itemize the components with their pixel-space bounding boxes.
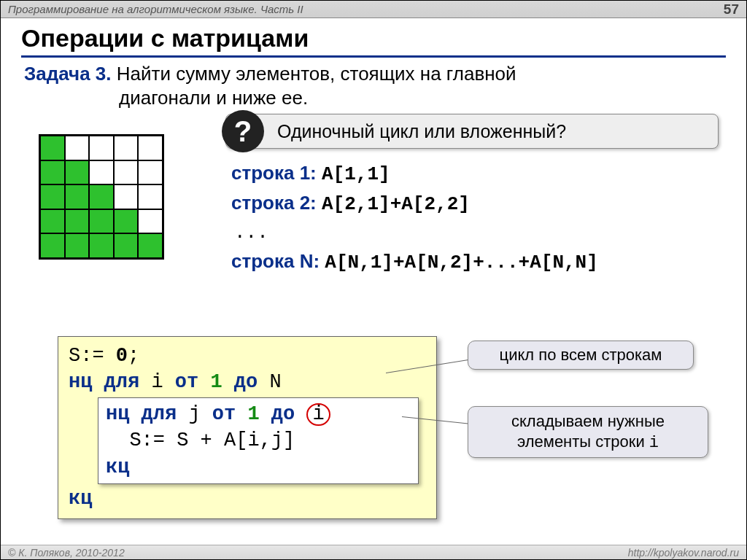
matrix-cell bbox=[40, 233, 65, 258]
task-line2: диагонали и ниже ее. bbox=[119, 86, 726, 110]
matrix-cell bbox=[114, 209, 139, 234]
matrix-cell bbox=[89, 209, 114, 234]
question-box: ? Одиночный цикл или вложенный? bbox=[225, 114, 719, 149]
matrix-cell bbox=[138, 233, 163, 258]
matrix-cell bbox=[89, 233, 114, 258]
question-icon: ? bbox=[222, 110, 264, 152]
inner-code-block: нц для j от 1 до i S:= S + A[i,j] кц bbox=[98, 397, 419, 484]
circled-variable: i bbox=[306, 403, 330, 426]
matrix-cell bbox=[89, 184, 114, 209]
slide-footer: © К. Поляков, 2010-2012 http://kpolyakov… bbox=[1, 545, 746, 559]
matrix-diagram bbox=[39, 134, 164, 260]
matrix-cell bbox=[65, 209, 90, 234]
matrix-cell bbox=[138, 184, 163, 209]
matrix-cell bbox=[138, 136, 163, 160]
callout-loop-rows: цикл по всем строкам bbox=[468, 341, 694, 370]
matrix-cell bbox=[65, 233, 90, 258]
matrix-cell bbox=[114, 233, 139, 258]
matrix-cell bbox=[65, 160, 90, 185]
matrix-cell bbox=[114, 184, 139, 209]
task-line1: Найти сумму элементов, стоящих на главно… bbox=[117, 63, 516, 85]
matrix-cell bbox=[114, 136, 139, 160]
matrix-cell bbox=[65, 136, 90, 160]
callout-sum-row: складываем нужные элементы строки i bbox=[468, 406, 708, 458]
page-number: 57 bbox=[724, 1, 739, 18]
footer-url: http://kpolyakov.narod.ru bbox=[628, 547, 739, 559]
matrix-cell bbox=[65, 184, 90, 209]
matrix-cell bbox=[40, 184, 65, 209]
task-text: Задача 3. Найти сумму элементов, стоящих… bbox=[24, 62, 726, 109]
question-text: Одиночный цикл или вложенный? bbox=[277, 121, 566, 142]
matrix-cell bbox=[114, 160, 139, 185]
matrix-cell bbox=[40, 136, 65, 160]
slide-title: Операции с матрицами bbox=[21, 24, 726, 52]
matrix-cell bbox=[89, 136, 114, 160]
ellipsis: ... bbox=[234, 219, 598, 247]
matrix-cell bbox=[89, 160, 114, 185]
slide-header: Программирование на алгоритмическом язык… bbox=[1, 1, 746, 18]
code-block: S:= 0; нц для i от 1 до N нц для j от 1 … bbox=[58, 336, 437, 519]
matrix-cell bbox=[138, 160, 163, 185]
matrix-cell bbox=[138, 209, 163, 234]
title-rule bbox=[21, 55, 726, 58]
copyright: © К. Поляков, 2010-2012 bbox=[8, 547, 125, 559]
task-label: Задача 3. bbox=[24, 63, 112, 85]
row-expressions: строка 1: A[1,1] строка 2: A[2,1]+A[2,2]… bbox=[231, 159, 598, 277]
matrix-cell bbox=[40, 160, 65, 185]
matrix-cell bbox=[40, 209, 65, 234]
breadcrumb: Программирование на алгоритмическом язык… bbox=[8, 3, 303, 15]
